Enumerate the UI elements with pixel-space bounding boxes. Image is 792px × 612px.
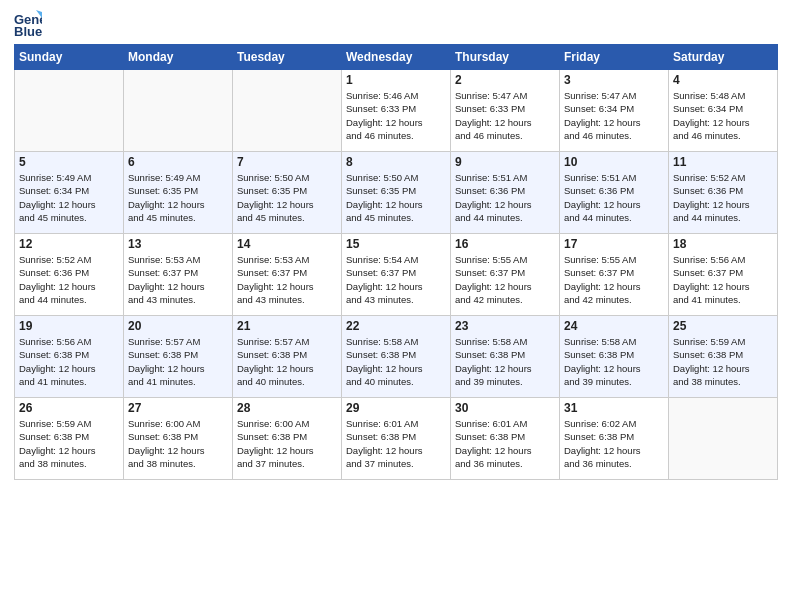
calendar-cell: 25Sunrise: 5:59 AM Sunset: 6:38 PM Dayli… [669, 316, 778, 398]
day-number: 9 [455, 155, 555, 169]
day-number: 18 [673, 237, 773, 251]
day-number: 20 [128, 319, 228, 333]
calendar-cell: 15Sunrise: 5:54 AM Sunset: 6:37 PM Dayli… [342, 234, 451, 316]
calendar-cell: 5Sunrise: 5:49 AM Sunset: 6:34 PM Daylig… [15, 152, 124, 234]
calendar-cell: 17Sunrise: 5:55 AM Sunset: 6:37 PM Dayli… [560, 234, 669, 316]
calendar-cell: 28Sunrise: 6:00 AM Sunset: 6:38 PM Dayli… [233, 398, 342, 480]
calendar-cell [669, 398, 778, 480]
day-number: 1 [346, 73, 446, 87]
day-info: Sunrise: 5:55 AM Sunset: 6:37 PM Dayligh… [455, 253, 555, 306]
calendar-cell: 7Sunrise: 5:50 AM Sunset: 6:35 PM Daylig… [233, 152, 342, 234]
day-info: Sunrise: 5:57 AM Sunset: 6:38 PM Dayligh… [237, 335, 337, 388]
calendar-cell: 6Sunrise: 5:49 AM Sunset: 6:35 PM Daylig… [124, 152, 233, 234]
page-header: General Blue [14, 10, 778, 38]
day-info: Sunrise: 5:49 AM Sunset: 6:35 PM Dayligh… [128, 171, 228, 224]
day-info: Sunrise: 5:54 AM Sunset: 6:37 PM Dayligh… [346, 253, 446, 306]
day-number: 12 [19, 237, 119, 251]
day-number: 10 [564, 155, 664, 169]
day-number: 23 [455, 319, 555, 333]
day-info: Sunrise: 5:52 AM Sunset: 6:36 PM Dayligh… [19, 253, 119, 306]
calendar-cell [233, 70, 342, 152]
day-number: 11 [673, 155, 773, 169]
day-number: 19 [19, 319, 119, 333]
day-info: Sunrise: 5:51 AM Sunset: 6:36 PM Dayligh… [455, 171, 555, 224]
calendar-cell: 18Sunrise: 5:56 AM Sunset: 6:37 PM Dayli… [669, 234, 778, 316]
calendar-cell: 21Sunrise: 5:57 AM Sunset: 6:38 PM Dayli… [233, 316, 342, 398]
day-number: 15 [346, 237, 446, 251]
day-number: 27 [128, 401, 228, 415]
weekday-header: Friday [560, 45, 669, 70]
day-info: Sunrise: 5:53 AM Sunset: 6:37 PM Dayligh… [237, 253, 337, 306]
svg-text:Blue: Blue [14, 24, 42, 38]
calendar-cell: 9Sunrise: 5:51 AM Sunset: 6:36 PM Daylig… [451, 152, 560, 234]
calendar-cell: 22Sunrise: 5:58 AM Sunset: 6:38 PM Dayli… [342, 316, 451, 398]
day-info: Sunrise: 5:59 AM Sunset: 6:38 PM Dayligh… [673, 335, 773, 388]
calendar-week-row: 19Sunrise: 5:56 AM Sunset: 6:38 PM Dayli… [15, 316, 778, 398]
day-info: Sunrise: 5:47 AM Sunset: 6:34 PM Dayligh… [564, 89, 664, 142]
day-number: 17 [564, 237, 664, 251]
day-number: 28 [237, 401, 337, 415]
calendar-cell: 29Sunrise: 6:01 AM Sunset: 6:38 PM Dayli… [342, 398, 451, 480]
calendar-cell: 11Sunrise: 5:52 AM Sunset: 6:36 PM Dayli… [669, 152, 778, 234]
day-info: Sunrise: 5:50 AM Sunset: 6:35 PM Dayligh… [237, 171, 337, 224]
calendar-cell: 19Sunrise: 5:56 AM Sunset: 6:38 PM Dayli… [15, 316, 124, 398]
weekday-header: Wednesday [342, 45, 451, 70]
day-number: 5 [19, 155, 119, 169]
day-info: Sunrise: 5:56 AM Sunset: 6:37 PM Dayligh… [673, 253, 773, 306]
day-info: Sunrise: 5:49 AM Sunset: 6:34 PM Dayligh… [19, 171, 119, 224]
calendar-cell: 1Sunrise: 5:46 AM Sunset: 6:33 PM Daylig… [342, 70, 451, 152]
day-number: 3 [564, 73, 664, 87]
calendar-cell [124, 70, 233, 152]
calendar-cell: 27Sunrise: 6:00 AM Sunset: 6:38 PM Dayli… [124, 398, 233, 480]
day-info: Sunrise: 5:58 AM Sunset: 6:38 PM Dayligh… [346, 335, 446, 388]
logo-icon: General Blue [14, 10, 42, 38]
day-info: Sunrise: 5:59 AM Sunset: 6:38 PM Dayligh… [19, 417, 119, 470]
calendar-cell: 16Sunrise: 5:55 AM Sunset: 6:37 PM Dayli… [451, 234, 560, 316]
day-info: Sunrise: 6:00 AM Sunset: 6:38 PM Dayligh… [128, 417, 228, 470]
weekday-header: Tuesday [233, 45, 342, 70]
calendar-cell: 20Sunrise: 5:57 AM Sunset: 6:38 PM Dayli… [124, 316, 233, 398]
day-number: 29 [346, 401, 446, 415]
day-number: 6 [128, 155, 228, 169]
calendar-cell: 30Sunrise: 6:01 AM Sunset: 6:38 PM Dayli… [451, 398, 560, 480]
logo: General Blue [14, 10, 46, 38]
day-info: Sunrise: 6:01 AM Sunset: 6:38 PM Dayligh… [346, 417, 446, 470]
day-info: Sunrise: 5:46 AM Sunset: 6:33 PM Dayligh… [346, 89, 446, 142]
day-number: 30 [455, 401, 555, 415]
weekday-header: Saturday [669, 45, 778, 70]
day-info: Sunrise: 5:57 AM Sunset: 6:38 PM Dayligh… [128, 335, 228, 388]
calendar-cell: 2Sunrise: 5:47 AM Sunset: 6:33 PM Daylig… [451, 70, 560, 152]
day-number: 8 [346, 155, 446, 169]
day-info: Sunrise: 5:53 AM Sunset: 6:37 PM Dayligh… [128, 253, 228, 306]
weekday-header: Sunday [15, 45, 124, 70]
day-info: Sunrise: 6:01 AM Sunset: 6:38 PM Dayligh… [455, 417, 555, 470]
day-number: 2 [455, 73, 555, 87]
day-info: Sunrise: 5:50 AM Sunset: 6:35 PM Dayligh… [346, 171, 446, 224]
calendar-week-row: 12Sunrise: 5:52 AM Sunset: 6:36 PM Dayli… [15, 234, 778, 316]
calendar-cell: 12Sunrise: 5:52 AM Sunset: 6:36 PM Dayli… [15, 234, 124, 316]
calendar-cell: 4Sunrise: 5:48 AM Sunset: 6:34 PM Daylig… [669, 70, 778, 152]
weekday-header: Monday [124, 45, 233, 70]
day-info: Sunrise: 5:51 AM Sunset: 6:36 PM Dayligh… [564, 171, 664, 224]
day-number: 7 [237, 155, 337, 169]
calendar-cell: 8Sunrise: 5:50 AM Sunset: 6:35 PM Daylig… [342, 152, 451, 234]
calendar-cell: 10Sunrise: 5:51 AM Sunset: 6:36 PM Dayli… [560, 152, 669, 234]
calendar-week-row: 1Sunrise: 5:46 AM Sunset: 6:33 PM Daylig… [15, 70, 778, 152]
day-number: 16 [455, 237, 555, 251]
calendar-table: SundayMondayTuesdayWednesdayThursdayFrid… [14, 44, 778, 480]
calendar-week-row: 26Sunrise: 5:59 AM Sunset: 6:38 PM Dayli… [15, 398, 778, 480]
day-number: 25 [673, 319, 773, 333]
day-info: Sunrise: 5:56 AM Sunset: 6:38 PM Dayligh… [19, 335, 119, 388]
calendar-cell: 31Sunrise: 6:02 AM Sunset: 6:38 PM Dayli… [560, 398, 669, 480]
weekday-header: Thursday [451, 45, 560, 70]
calendar-cell [15, 70, 124, 152]
day-number: 22 [346, 319, 446, 333]
calendar-week-row: 5Sunrise: 5:49 AM Sunset: 6:34 PM Daylig… [15, 152, 778, 234]
day-info: Sunrise: 6:00 AM Sunset: 6:38 PM Dayligh… [237, 417, 337, 470]
day-number: 4 [673, 73, 773, 87]
day-number: 31 [564, 401, 664, 415]
calendar-cell: 13Sunrise: 5:53 AM Sunset: 6:37 PM Dayli… [124, 234, 233, 316]
day-number: 24 [564, 319, 664, 333]
day-info: Sunrise: 5:58 AM Sunset: 6:38 PM Dayligh… [564, 335, 664, 388]
day-info: Sunrise: 5:48 AM Sunset: 6:34 PM Dayligh… [673, 89, 773, 142]
